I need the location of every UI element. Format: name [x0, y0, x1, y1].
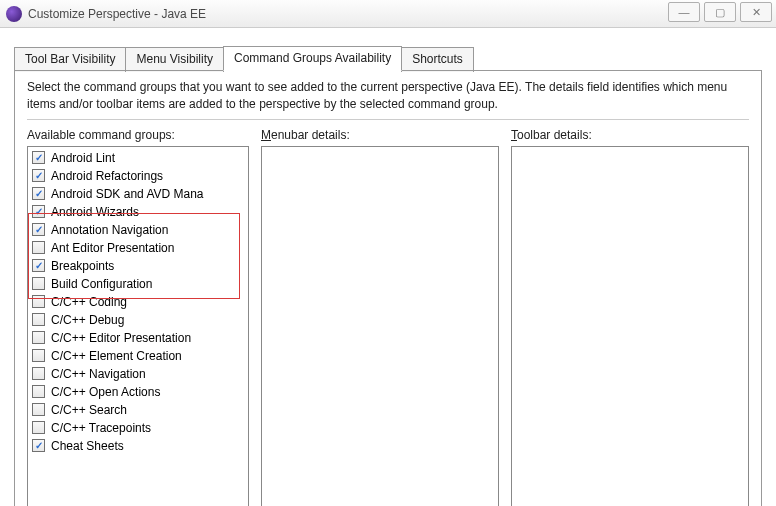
toolbar-details-box — [511, 146, 749, 506]
list-item[interactable]: C/C++ Coding — [28, 293, 248, 311]
minimize-button[interactable]: — — [668, 2, 700, 22]
list-item[interactable]: Build Configuration — [28, 275, 248, 293]
list-item-label: C/C++ Element Creation — [51, 349, 182, 363]
command-groups-list[interactable]: ✓Android Lint✓Android Refactorings✓Andro… — [27, 146, 249, 506]
window-title: Customize Perspective - Java EE — [28, 7, 770, 21]
available-groups-label: Available command groups: — [27, 128, 249, 142]
tab-shortcuts[interactable]: Shortcuts — [401, 47, 474, 72]
list-item[interactable]: Ant Editor Presentation — [28, 239, 248, 257]
list-item-label: Android Lint — [51, 151, 115, 165]
list-item[interactable]: C/C++ Editor Presentation — [28, 329, 248, 347]
menubar-details-label: Menubar details: — [261, 128, 499, 142]
maximize-button[interactable]: ▢ — [704, 2, 736, 22]
titlebar: Customize Perspective - Java EE — [0, 0, 776, 28]
tab-bar: Tool Bar Visibility Menu Visibility Comm… — [14, 46, 762, 71]
list-item-label: Android Wizards — [51, 205, 139, 219]
list-item[interactable]: ✓Annotation Navigation — [28, 221, 248, 239]
checkbox[interactable] — [32, 403, 45, 416]
list-item[interactable]: C/C++ Open Actions — [28, 383, 248, 401]
tab-panel: Select the command groups that you want … — [14, 70, 762, 506]
toolbar-details-label: Toolbar details: — [511, 128, 749, 142]
list-item[interactable]: ✓Cheat Sheets — [28, 437, 248, 455]
list-item-label: Android SDK and AVD Mana — [51, 187, 204, 201]
list-item-label: Android Refactorings — [51, 169, 163, 183]
checkbox[interactable]: ✓ — [32, 439, 45, 452]
eclipse-icon — [6, 6, 22, 22]
list-item-label: C/C++ Tracepoints — [51, 421, 151, 435]
checkbox[interactable]: ✓ — [32, 223, 45, 236]
checkbox[interactable] — [32, 367, 45, 380]
description-text: Select the command groups that you want … — [27, 79, 749, 113]
checkbox[interactable] — [32, 313, 45, 326]
list-item[interactable]: C/C++ Navigation — [28, 365, 248, 383]
list-item-label: Breakpoints — [51, 259, 114, 273]
window-controls: — ▢ ✕ — [664, 0, 776, 24]
checkbox[interactable] — [32, 277, 45, 290]
close-button[interactable]: ✕ — [740, 2, 772, 22]
list-item-label: Annotation Navigation — [51, 223, 168, 237]
list-item-label: C/C++ Debug — [51, 313, 124, 327]
checkbox[interactable]: ✓ — [32, 169, 45, 182]
list-item[interactable]: C/C++ Element Creation — [28, 347, 248, 365]
checkbox[interactable]: ✓ — [32, 205, 45, 218]
list-item[interactable]: ✓Breakpoints — [28, 257, 248, 275]
list-item-label: C/C++ Coding — [51, 295, 127, 309]
checkbox[interactable] — [32, 349, 45, 362]
list-item[interactable]: C/C++ Debug — [28, 311, 248, 329]
list-item[interactable]: C/C++ Search — [28, 401, 248, 419]
checkbox[interactable] — [32, 421, 45, 434]
list-item-label: Ant Editor Presentation — [51, 241, 174, 255]
checkbox[interactable] — [32, 331, 45, 344]
list-item-label: C/C++ Open Actions — [51, 385, 160, 399]
list-item-label: Cheat Sheets — [51, 439, 124, 453]
checkbox[interactable] — [32, 295, 45, 308]
list-item[interactable]: ✓Android SDK and AVD Mana — [28, 185, 248, 203]
list-item[interactable]: ✓Android Refactorings — [28, 167, 248, 185]
list-item-label: C/C++ Editor Presentation — [51, 331, 191, 345]
list-item-label: C/C++ Navigation — [51, 367, 146, 381]
list-item[interactable]: ✓Android Wizards — [28, 203, 248, 221]
list-item-label: C/C++ Search — [51, 403, 127, 417]
checkbox[interactable]: ✓ — [32, 151, 45, 164]
separator — [27, 119, 749, 120]
checkbox[interactable]: ✓ — [32, 187, 45, 200]
tab-toolbar-visibility[interactable]: Tool Bar Visibility — [14, 47, 126, 72]
list-item[interactable]: C/C++ Tracepoints — [28, 419, 248, 437]
menubar-details-box — [261, 146, 499, 506]
checkbox[interactable] — [32, 241, 45, 254]
checkbox[interactable]: ✓ — [32, 259, 45, 272]
tab-command-groups[interactable]: Command Groups Availability — [223, 46, 402, 71]
list-item[interactable]: ✓Android Lint — [28, 149, 248, 167]
list-item-label: Build Configuration — [51, 277, 152, 291]
checkbox[interactable] — [32, 385, 45, 398]
tab-menu-visibility[interactable]: Menu Visibility — [125, 47, 223, 72]
